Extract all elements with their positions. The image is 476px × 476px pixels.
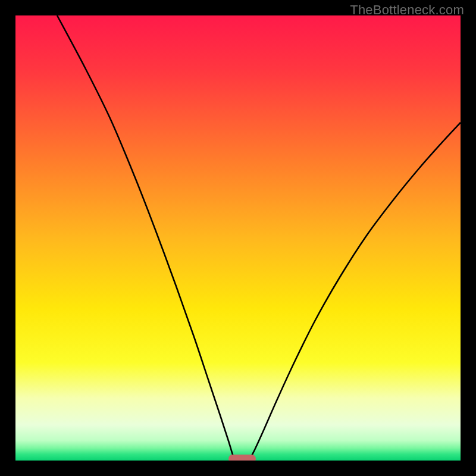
bottleneck-curve xyxy=(15,15,461,461)
plot-area xyxy=(15,15,461,461)
watermark-text: TheBottleneck.com xyxy=(350,2,464,18)
curve-left xyxy=(57,15,234,459)
curve-right xyxy=(250,123,461,459)
minimum-marker xyxy=(228,455,256,461)
outer-frame: TheBottleneck.com xyxy=(0,0,476,476)
